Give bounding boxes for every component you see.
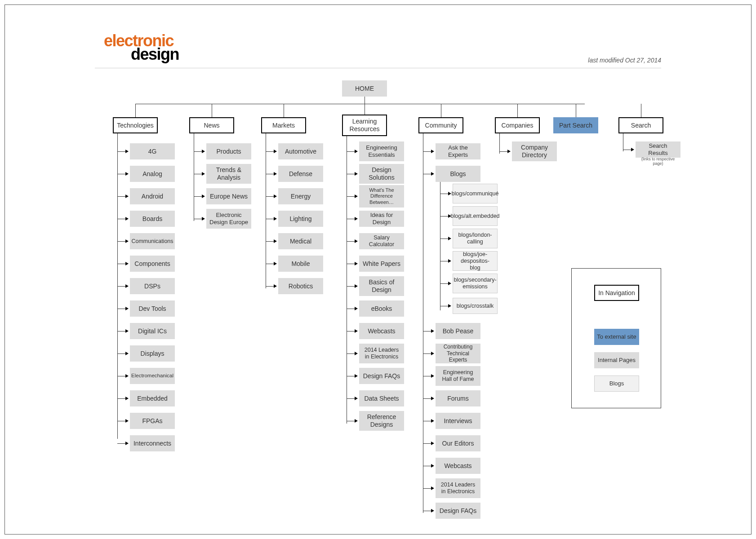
node-tech-interconnects: Interconnects [130, 435, 175, 451]
node-comm-editors: Our Editors [436, 435, 480, 451]
node-tech-dsps: DSPs [130, 278, 175, 294]
node-tech-digital-ics: Digital ICs [130, 323, 175, 339]
node-tech-4g: 4G [130, 143, 175, 159]
cat-markets: Markets [261, 117, 306, 133]
node-blog-crosstalk: blogs/crosstalk [453, 298, 498, 314]
node-comm-bob-pease: Bob Pease [436, 323, 480, 339]
node-lr-design-solutions: Design Solutions [359, 164, 404, 184]
header-rule [95, 68, 661, 68]
node-lr-leaders: 2014 Leaders in Electronics [359, 344, 404, 363]
node-tech-electromechanical: Electromechanical [130, 368, 175, 384]
node-blog-london: blogs/london-calling [453, 229, 498, 248]
node-comm-forums: Forums [436, 390, 480, 406]
node-mkt-defense: Defense [278, 166, 323, 182]
node-mkt-lighting: Lighting [278, 211, 323, 227]
node-tech-communications: Communications [130, 233, 175, 249]
node-comm-interviews: Interviews [436, 413, 480, 429]
node-blog-joe: blogs/joe-despositos-blog [453, 251, 498, 271]
node-news-europe: Europe News [206, 188, 251, 204]
node-mkt-mobile: Mobile [278, 256, 323, 272]
node-tech-android: Android [130, 188, 175, 204]
cat-partsearch: Part Search [553, 117, 598, 133]
node-comm-ask: Ask the Experts [436, 143, 480, 159]
node-tech-embedded: Embedded [130, 390, 175, 406]
node-comm-leaders: 2014 Leaders in Electronics [436, 478, 480, 498]
node-comm-webcasts: Webcasts [436, 458, 480, 474]
node-news-products: Products [206, 143, 251, 159]
node-news-trends: Trends & Analysis [206, 164, 251, 184]
node-lr-eng-ess: Engineering Essentials [359, 141, 404, 161]
node-comm-hall-of-fame: Engineering Hall of Fame [436, 366, 480, 386]
cat-technologies: Technologies [113, 117, 158, 133]
node-blog-secondary: blogs/secondary-emissions [453, 274, 498, 293]
node-tech-components: Components [130, 256, 175, 272]
node-lr-whitepapers: White Papers [359, 256, 404, 272]
legend-nav: In Navigation [594, 285, 639, 301]
node-comp-directory: Company Directory [512, 141, 557, 161]
node-blog-communique: blogs/communiqué [453, 184, 498, 203]
node-mkt-auto: Automotive [278, 143, 323, 159]
node-lr-whats-diff: What's The Difference Between… [359, 185, 404, 208]
node-lr-datasheets: Data Sheets [359, 390, 404, 406]
sitemap-diagram: electronic design last modified Oct 27, … [4, 4, 752, 535]
cat-news: News [189, 117, 234, 133]
logo-line-2: design [131, 46, 179, 62]
node-tech-devtools: Dev Tools [130, 300, 175, 317]
node-search-results: Search Results [636, 141, 680, 158]
node-lr-ideas: Ideas for Design [359, 211, 404, 227]
node-home: HOME [342, 80, 387, 97]
node-tech-boards: Boards [130, 211, 175, 227]
brand-logo: electronic design [104, 33, 179, 62]
node-mkt-robotics: Robotics [278, 278, 323, 294]
node-tech-analog: Analog [130, 166, 175, 182]
node-comm-faqs: Design FAQs [436, 503, 480, 519]
node-lr-faqs: Design FAQs [359, 368, 404, 384]
last-modified: last modified Oct 27, 2014 [588, 57, 661, 64]
cat-learning: Learning Resources [342, 115, 387, 136]
node-blog-altembedded: blogs/alt.embedded [453, 206, 498, 226]
node-tech-displays: Displays [130, 345, 175, 362]
node-lr-ref-designs: Reference Designs [359, 411, 404, 431]
node-lr-salary: Salary Calculator [359, 233, 404, 249]
node-mkt-medical: Medical [278, 233, 323, 249]
node-comm-experts: Contributing Technical Experts [436, 344, 480, 363]
legend-internal: Internal Pages [594, 352, 639, 368]
cat-search: Search [618, 117, 663, 133]
node-lr-webcasts: Webcasts [359, 323, 404, 339]
node-lr-basics: Basics of Design [359, 276, 404, 296]
node-news-ed-europe: Electronic Design Europe [206, 209, 251, 229]
node-lr-ebooks: eBooks [359, 300, 404, 317]
legend-blogs: Blogs [594, 376, 639, 392]
legend-external: To external site [594, 329, 639, 345]
node-mkt-energy: Energy [278, 188, 323, 204]
cat-companies: Companies [495, 117, 540, 133]
legend: In Navigation To external site Internal … [571, 268, 661, 408]
node-search-results-note: (links to respective page) [636, 157, 680, 166]
node-comm-blogs: Blogs [436, 166, 480, 182]
node-tech-fpgas: FPGAs [130, 413, 175, 429]
cat-community: Community [418, 117, 463, 133]
